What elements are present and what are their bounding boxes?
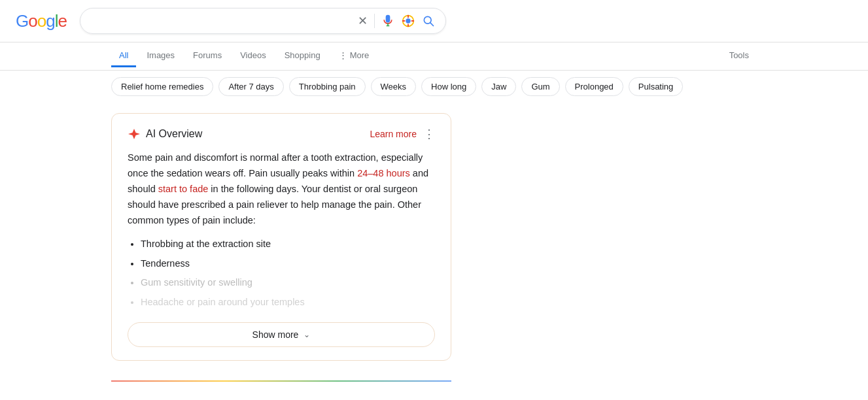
- chip-throbbing-pain[interactable]: Throbbing pain: [289, 77, 366, 96]
- main-content: AI Overview Learn more ⋮ Some pain and d…: [0, 103, 563, 392]
- microphone-icon[interactable]: [381, 14, 394, 27]
- chip-jaw[interactable]: Jaw: [481, 77, 516, 96]
- show-more-label: Show more: [252, 329, 299, 340]
- list-item-headache: Headache or pain around your temples: [141, 295, 435, 310]
- chip-pulsating[interactable]: Pulsating: [629, 77, 683, 96]
- more-dots-icon: ⋮: [339, 50, 347, 60]
- chip-relief-home-remedies[interactable]: Relief home remedies: [111, 77, 213, 96]
- bottom-divider: [111, 380, 451, 382]
- chip-gum[interactable]: Gum: [521, 77, 559, 96]
- list-item-tenderness: Tenderness: [141, 256, 435, 272]
- google-logo: Google: [16, 11, 67, 31]
- nav-tabs: All Images Forums Videos Shopping ⋮ More…: [0, 42, 868, 71]
- ai-overview-more-icon[interactable]: ⋮: [423, 127, 435, 141]
- ai-overview-left: AI Overview: [128, 127, 202, 141]
- clear-icon[interactable]: ✕: [358, 14, 368, 28]
- ai-overview-title: AI Overview: [146, 128, 202, 140]
- ai-overview-body: Some pain and discomfort is normal after…: [128, 150, 435, 310]
- search-submit-icon[interactable]: [422, 14, 435, 27]
- ai-sparkle-icon: [128, 127, 141, 141]
- ai-body-text: Some pain and discomfort is normal after…: [128, 150, 435, 229]
- google-lens-icon[interactable]: [401, 14, 415, 28]
- tab-videos[interactable]: Videos: [232, 45, 274, 67]
- svg-point-1: [406, 18, 410, 23]
- chip-weeks[interactable]: Weeks: [371, 77, 417, 96]
- chevron-down-icon: ⌄: [304, 330, 310, 339]
- tab-shopping[interactable]: Shopping: [277, 45, 328, 67]
- list-item-gum: Gum sensitivity or swelling: [141, 275, 435, 291]
- chip-prolonged[interactable]: Prolonged: [565, 77, 623, 96]
- tab-all[interactable]: All: [111, 45, 136, 67]
- ai-overview-right: Learn more ⋮: [370, 127, 435, 141]
- tab-images[interactable]: Images: [139, 45, 182, 67]
- tab-forums[interactable]: Forums: [185, 45, 230, 67]
- tab-tools[interactable]: Tools: [721, 45, 757, 67]
- list-item-throbbing: Throbbing at the extraction site: [141, 237, 435, 252]
- tab-more[interactable]: ⋮ More: [331, 45, 377, 67]
- learn-more-link[interactable]: Learn more: [370, 129, 417, 139]
- divider: [374, 14, 375, 28]
- ai-overview-header: AI Overview Learn more ⋮: [128, 127, 435, 141]
- show-more-button[interactable]: Show more ⌄: [128, 322, 435, 347]
- ai-body-list: Throbbing at the extraction site Tendern…: [141, 237, 435, 311]
- ai-overview-box: AI Overview Learn more ⋮ Some pain and d…: [111, 113, 451, 361]
- search-bar: tooth extraction pain ✕: [80, 8, 446, 34]
- chip-how-long[interactable]: How long: [421, 77, 476, 96]
- chip-after-7-days[interactable]: After 7 days: [218, 77, 283, 96]
- filter-chips: Relief home remedies After 7 days Throbb…: [0, 71, 868, 103]
- header: Google tooth extraction pain ✕: [0, 0, 868, 42]
- search-input[interactable]: tooth extraction pain: [91, 15, 351, 27]
